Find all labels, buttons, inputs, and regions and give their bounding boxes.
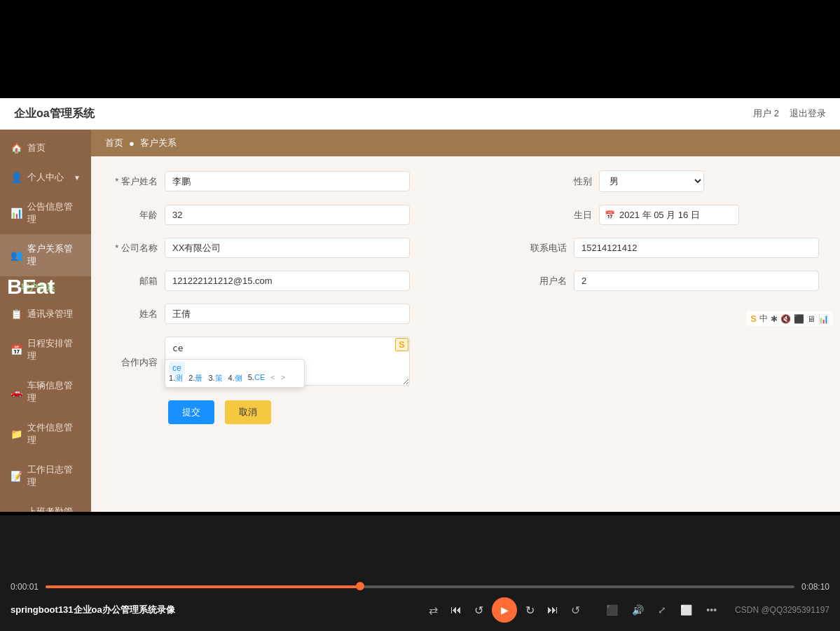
breadcrumb-home[interactable]: 首页 — [105, 137, 123, 149]
top-black-bar — [0, 0, 840, 98]
sidebar-item-announcement[interactable]: 📊 公告信息管理 — [0, 192, 91, 234]
company-input[interactable] — [165, 238, 410, 258]
repeat-button[interactable]: ↺ — [567, 601, 584, 620]
progress-bar-area: 0:00:01 0:08:10 — [0, 582, 840, 592]
sidebar-customer-mgmt-label: 客户关系管理 — [27, 243, 81, 268]
sidebar-item-communication[interactable]: 📋 通讯录管理 — [0, 299, 91, 329]
sidebar-announcement-label: 公告信息管理 — [27, 201, 81, 226]
sidebar-item-customer-mgmt[interactable]: 👥 客户关系管理 — [0, 234, 91, 276]
toolbar-icon-1: 中 — [759, 313, 768, 325]
sidebar-item-attendance[interactable]: ⏰ 上班考勤管理 — [0, 497, 91, 512]
volume-button[interactable]: 🔊 — [628, 602, 648, 618]
form-row-4: 邮箱 用户名 — [112, 271, 819, 291]
customer-name-input[interactable] — [165, 171, 410, 191]
play-button[interactable]: ▶ — [492, 597, 517, 623]
pip-button[interactable]: ⬜ — [676, 602, 696, 618]
form-group-phone: 联系电话 — [521, 238, 819, 258]
customer-name-label: * 客户姓名 — [112, 175, 158, 188]
email-input[interactable] — [165, 271, 410, 291]
vehicle-icon: 🚗 — [11, 386, 22, 398]
sidebar-sub-customer[interactable]: 客户关系 — [0, 276, 91, 299]
option-2[interactable]: 2.册 — [188, 373, 202, 384]
autocomplete-popup: ce 1.测 2.册 3.策 4.侧 5.CE < > — [165, 359, 305, 388]
control-buttons: ⇄ ⏮ ↺ ▶ ↻ ⏭ ↺ — [425, 597, 584, 623]
calendar-icon: 📅 — [605, 210, 615, 220]
phone-input[interactable] — [574, 238, 819, 258]
app-wrapper: 企业oa管理系统 用户 2 退出登录 🏠 首页 👤 个人中心 ▼ 📊 公告信息管… — [0, 98, 840, 512]
next-button[interactable]: ⏭ — [543, 601, 563, 619]
form-row-6: 合作内容 S ce ce 1.测 — [112, 337, 819, 388]
customer-mgmt-icon: 👥 — [11, 250, 22, 261]
file-icon: 📁 — [11, 428, 22, 440]
cancel-button[interactable]: 取消 — [225, 400, 271, 424]
autocomplete-options: 1.测 2.册 3.策 4.侧 5.CE < > — [169, 373, 301, 384]
form-group-username: 用户名 — [521, 271, 819, 291]
sidebar-customer-label: 客户关系 — [21, 283, 55, 292]
prev-options[interactable]: < — [270, 373, 275, 384]
sidebar: 🏠 首页 👤 个人中心 ▼ 📊 公告信息管理 👥 客户关系管理 客户关系 📋 — [0, 130, 91, 512]
csdn-watermark: CSDN @QQ3295391197 — [735, 605, 829, 615]
sidebar-item-schedule[interactable]: 📅 日程安排管理 — [0, 329, 91, 371]
form-row-3: * 公司名称 联系电话 — [112, 238, 819, 258]
header-right: 用户 2 退出登录 — [753, 107, 826, 120]
form-group-email: 邮箱 — [112, 271, 416, 291]
birthday-wrapper: 📅 — [599, 205, 739, 225]
submit-button[interactable]: 提交 — [168, 400, 214, 424]
toolbar-icon-2: ✱ — [771, 314, 778, 324]
breadcrumb-separator: ● — [129, 138, 135, 149]
prev-button[interactable]: ⏮ — [446, 601, 466, 619]
total-time: 0:08:10 — [801, 582, 829, 592]
chevron-icon: ▼ — [74, 174, 81, 182]
progress-thumb[interactable] — [356, 582, 364, 590]
btn-row: 提交 取消 — [168, 400, 819, 424]
screen-button[interactable]: ⬛ — [602, 602, 622, 618]
age-label: 年龄 — [112, 209, 158, 222]
user-label: 用户 2 — [753, 107, 779, 120]
breadcrumb-current: 客户关系 — [140, 137, 177, 149]
form-group-fullname: 姓名 — [112, 304, 434, 324]
option-4[interactable]: 4.侧 — [228, 373, 242, 384]
birthday-input[interactable] — [599, 205, 739, 225]
current-time: 0:00:01 — [11, 582, 39, 592]
logout-button[interactable]: 退出登录 — [790, 107, 826, 120]
sidebar-personal-label: 个人中心 — [27, 171, 64, 184]
form-row-2: 年龄 生日 📅 — [112, 205, 819, 225]
gender-select[interactable]: 男 女 — [599, 170, 704, 192]
phone-label: 联系电话 — [521, 242, 567, 255]
next-options[interactable]: > — [281, 373, 285, 384]
forward-button[interactable]: ↻ — [521, 601, 539, 620]
company-label: * 公司名称 — [112, 242, 158, 255]
sidebar-worklog-label: 工作日志管理 — [27, 463, 81, 489]
rewind-button[interactable]: ↺ — [470, 601, 488, 620]
sidebar-item-personal[interactable]: 👤 个人中心 ▼ — [0, 163, 91, 192]
option-3[interactable]: 3.策 — [208, 373, 222, 384]
toolbar-icon-3: 🔇 — [780, 314, 791, 324]
form-row-1: * 客户姓名 性别 男 女 — [112, 170, 819, 192]
age-input[interactable] — [165, 205, 410, 225]
content-area: 首页 ● 客户关系 * 客户姓名 性别 男 女 — [91, 130, 840, 512]
video-player: 0:00:01 0:08:10 springboot131企业oa办公管理系统录… — [0, 515, 840, 631]
fullname-input[interactable] — [165, 304, 410, 324]
fullscreen-button[interactable]: ⤢ — [654, 602, 670, 618]
worklog-icon: 📝 — [11, 470, 22, 482]
form-row-5: 姓名 — [112, 304, 819, 324]
birthday-label: 生日 — [546, 209, 592, 222]
sidebar-vehicle-label: 车辆信息管理 — [27, 379, 81, 405]
app-header: 企业oa管理系统 用户 2 退出登录 — [0, 98, 840, 130]
form-group-birthday: 生日 📅 — [546, 205, 819, 225]
progress-played — [46, 585, 360, 588]
option-1[interactable]: 1.测 — [169, 373, 183, 384]
breadcrumb: 首页 ● 客户关系 — [91, 130, 840, 156]
username-input[interactable] — [574, 271, 819, 291]
shuffle-button[interactable]: ⇄ — [425, 601, 442, 620]
sidebar-item-worklog[interactable]: 📝 工作日志管理 — [0, 455, 91, 497]
sidebar-item-file[interactable]: 📁 文件信息管理 — [0, 413, 91, 455]
sidebar-file-label: 文件信息管理 — [27, 421, 81, 447]
sidebar-item-vehicle[interactable]: 🚗 车辆信息管理 — [0, 371, 91, 413]
more-button[interactable]: ••• — [702, 602, 721, 618]
progress-track[interactable] — [46, 585, 794, 588]
option-5[interactable]: 5.CE — [248, 373, 265, 384]
sidebar-item-home[interactable]: 🏠 首页 — [0, 133, 91, 163]
username-label: 用户名 — [521, 275, 567, 287]
sidebar-communication-label: 通讯录管理 — [27, 308, 73, 320]
